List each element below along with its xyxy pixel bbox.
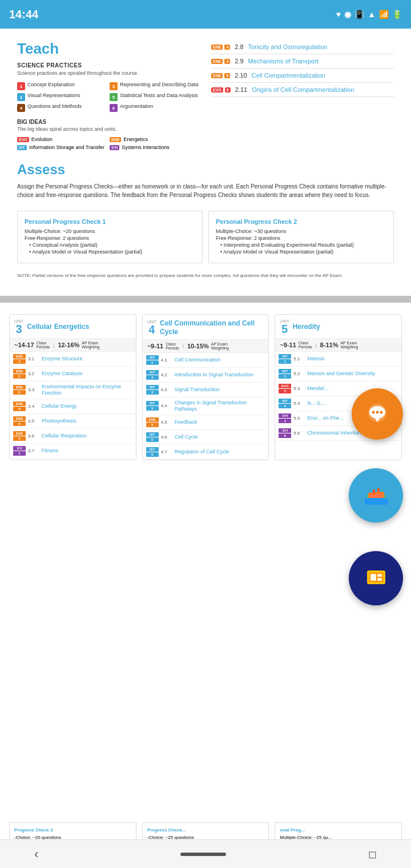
unit4-number-box: UNIT 4: [147, 320, 156, 335]
unit3-stats: ~14-17 ClassPeriods | 12-16% AP ExamWeig…: [10, 339, 136, 352]
ene-badge: ENE: [110, 137, 121, 142]
page2: UNIT 3 Cellular Energetics ~14-17 ClassP…: [0, 303, 411, 817]
fab-chat-button[interactable]: [352, 388, 403, 440]
unit4-num: 4: [148, 324, 155, 335]
unit5-exam-label: AP ExamWeighting: [340, 341, 358, 349]
topic-num: 2.9: [235, 58, 243, 65]
unit3-header: UNIT 3 Cellular Energetics: [10, 315, 136, 339]
practice-badge-2: 2: [17, 93, 25, 101]
topic-51[interactable]: IST1 5.1 Meiosis: [275, 352, 401, 367]
topic-item-211: EVO 6 2.11 Origins of Cell Compartmental…: [211, 83, 394, 97]
topic-34[interactable]: ENE6 3.4 Cellular Energy: [10, 399, 136, 414]
chat-icon: [365, 401, 390, 427]
topic-link-28[interactable]: Tonicity and Osmoregulation: [248, 43, 328, 50]
progress-check-1[interactable]: Personal Progress Check 1 Multiple-Choic…: [17, 211, 203, 263]
nav-home-pill[interactable]: [180, 853, 226, 856]
practice-item: 2 Visual Representations: [17, 93, 107, 101]
practice-badge-4: 4: [17, 104, 25, 112]
status-bar: 14:44 ♥ ◉ 📳 ▲ 📶 🔋: [0, 0, 411, 29]
practice-label-5: Statistical Tests and Data Analysis: [120, 93, 198, 98]
page1: Teach SCIENCE PRACTICES Science practice…: [0, 29, 411, 296]
page-separator: [0, 296, 411, 303]
topic-42[interactable]: IST3 4.2 Introduction to Signal Transduc…: [143, 368, 269, 383]
syi-badge: SYI: [110, 145, 119, 150]
unit5-stats: ~9-11 ClassPeriods | 8-11% AP ExamWeight…: [275, 339, 401, 352]
topic-45[interactable]: ENE5 4.5 Feedback: [143, 415, 269, 430]
topic-badge-evo: EVO: [211, 87, 223, 93]
svg-rect-15: [370, 574, 376, 581]
unit3-num: 3: [16, 323, 22, 335]
unit4-class-label: ClassPeriods: [166, 342, 179, 350]
unit4-stats: ~9-11 ClassPeriods | 10-15% AP ExamWeigh…: [143, 340, 269, 353]
unit4-class-num: ~9-11: [147, 343, 163, 349]
bottom-pc3-title: Progress Check 3: [14, 827, 131, 833]
topic-44[interactable]: IST5 4.4 Changes in Signal Transduction …: [143, 397, 269, 415]
big-ideas-title: BIG IDEAS: [17, 119, 200, 125]
svg-rect-16: [377, 574, 382, 577]
fab-books-button[interactable]: [349, 468, 403, 523]
topic-num: 2.11: [235, 86, 247, 93]
unit5-header: UNIT 5 Heredity: [275, 315, 401, 339]
pc1-fr: Free-Response: 2 questions: [25, 235, 195, 241]
topic-link-29[interactable]: Mechanisms of Transport: [248, 58, 319, 65]
practice-label-2: Visual Representations: [27, 93, 80, 98]
topic-link-210[interactable]: Cell Compartmentalization: [252, 72, 325, 79]
unit3-exam-label: AP ExamWeighting: [82, 341, 99, 349]
topic-35[interactable]: ENE6 3.5 Photosynthesis: [10, 414, 136, 429]
syi-label: Systems Interactions: [122, 144, 170, 150]
topic-badge-ene2: ENE: [211, 59, 223, 64]
heart-icon: ♥: [336, 10, 341, 19]
topic-52[interactable]: IST1 5.2 Meiosis and Genetic Diversity: [275, 367, 401, 381]
practice-item: 5 Statistical Tests and Data Analysis: [110, 93, 200, 101]
svg-point-4: [380, 411, 383, 414]
topic-31[interactable]: ENE1 3.1 Enzyme Structure: [10, 352, 136, 367]
topic-link-211[interactable]: Origins of Cell Compartmentalization: [252, 86, 354, 93]
ene-label: Energetics: [123, 136, 148, 142]
unit5-number-box: UNIT 5: [280, 319, 289, 335]
pc1-mc: Multiple-Choice: ~20 questions: [25, 228, 195, 234]
topic-46[interactable]: IST5 4.6 Cell Cycle: [143, 430, 269, 445]
nav-recent-button[interactable]: ◻: [368, 848, 377, 861]
topic-47[interactable]: IST5 4.7 Regulation of Cell Cycle: [143, 445, 269, 460]
fab-slides-button[interactable]: [349, 551, 403, 605]
pc2-fr: Free-Response: 2 questions: [216, 235, 386, 241]
back-button[interactable]: ‹: [34, 847, 38, 862]
topic-num-badge: ENE 6: [211, 73, 230, 78]
topic-37[interactable]: SYI1 3.7 Fitness: [10, 444, 136, 459]
topic-num-badge: ENE 4: [211, 59, 230, 64]
unit3-exam-num: 12-16%: [58, 341, 79, 348]
unit3-title: Cellular Energetics: [27, 323, 89, 331]
unit3-class-label: ClassPeriods: [37, 341, 50, 349]
evo-badge: EVO: [17, 137, 29, 142]
big-idea-ist: IST Information Storage and Transfer: [17, 144, 107, 150]
nav-bar: ‹ ◻: [0, 839, 411, 868]
signal-icon: 📶: [379, 10, 389, 19]
topic-badge-num6b: 6: [225, 87, 231, 93]
topic-badge-num4b: 4: [224, 59, 230, 64]
big-ideas-grid: EVO Evolution ENE Energetics IST Informa…: [17, 136, 200, 150]
status-time: 14:44: [9, 8, 38, 21]
books-icon: [361, 481, 391, 511]
practice-badge-1: 1: [17, 82, 25, 90]
topic-36[interactable]: ENE4 3.6 Cellular Respiration: [10, 429, 136, 444]
topic-num-badge: ENE 4: [211, 45, 230, 50]
battery-icon: 🔋: [392, 10, 402, 19]
pc2-b1: • Interpreting and Evaluating Experiment…: [220, 242, 386, 248]
unit-card-4: UNIT 4 Cell Communication and Cell Cycle…: [142, 314, 269, 460]
practice-badge-6: 6: [110, 104, 118, 112]
unit4-exam-label: AP ExamWeighting: [211, 342, 229, 350]
ist-badge: IST: [17, 145, 27, 150]
topic-41[interactable]: IST1 4.1 Cell Communication: [143, 353, 269, 368]
topic-43[interactable]: IST3 4.3 Signal Transduction: [143, 383, 269, 397]
progress-check-2[interactable]: Personal Progress Check 2 Multiple-Choic…: [208, 211, 394, 263]
topic-32[interactable]: ENE2 3.2 Enzyme Catalysis: [10, 367, 136, 381]
svg-rect-11: [373, 489, 375, 494]
pc1-b1: • Conceptual Analysis (partial): [29, 242, 195, 248]
topic-33[interactable]: ENE6 3.3 Environmental Impacts on Enzyme…: [10, 381, 136, 399]
bottom-pc4-title: Progress Check...: [147, 827, 264, 833]
practice-label-6: Argumentation: [120, 103, 154, 109]
practice-badge-5: 5: [110, 93, 118, 101]
science-practices-subtitle: Science practices are spiraled throughou…: [17, 70, 200, 76]
unit4-header: UNIT 4 Cell Communication and Cell Cycle: [143, 315, 269, 340]
practice-label-1: Concept Explanation: [27, 82, 75, 87]
